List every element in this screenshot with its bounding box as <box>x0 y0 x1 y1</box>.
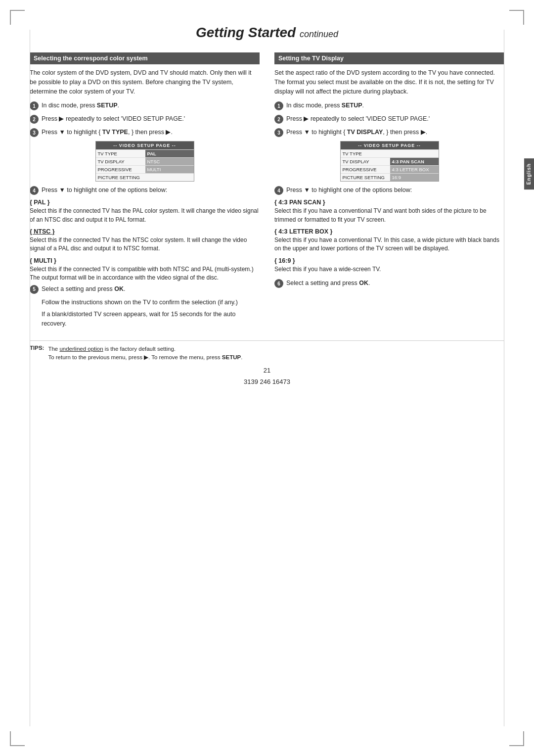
left-table-row-1: TV TYPE PAL <box>96 149 194 157</box>
option-panscan-desc: Select this if you have a conventional T… <box>274 207 504 224</box>
option-letterbox-desc: Select this if you have a conventional T… <box>274 236 504 253</box>
right-table-col1-3: PROGRESSIVE <box>341 166 390 173</box>
right-step-1-content: In disc mode, press SETUP. <box>286 101 504 110</box>
left-table-col1-4: PICTURE SETTING <box>96 174 145 181</box>
right-table-col2-1 <box>390 150 439 157</box>
option-ntsc-label: { NTSC } <box>30 228 260 235</box>
left-table-col1-3: PROGRESSIVE <box>96 166 145 173</box>
step-5-extra: Follow the instructions shown on the TV … <box>42 298 260 307</box>
option-ntsc: { NTSC } Select this if the connected TV… <box>30 228 260 253</box>
step-4-content: Press ▼ to highlight one of the options … <box>42 186 260 195</box>
option-169-desc: Select this if you have a wide-screen TV… <box>274 265 504 274</box>
page: English Getting Started continued Select… <box>0 0 534 756</box>
left-table-col2-1: PAL <box>145 150 194 157</box>
right-intro-text: Set the aspect ratio of the DVD system a… <box>274 68 504 96</box>
left-table-col1-1: TV TYPE <box>96 150 145 157</box>
left-table-row-3: PROGRESSIVE MULTI <box>96 165 194 173</box>
corner-mark-bl <box>10 731 25 746</box>
option-panscan: { 4:3 PAN SCAN } Select this if you have… <box>274 199 504 224</box>
option-169-label: { 16:9 } <box>274 257 504 264</box>
right-video-table: -- VIDEO SETUP PAGE -- TV TYPE TV DISPLA… <box>340 141 439 182</box>
right-step-num-6: 6 <box>274 279 283 288</box>
left-section-header: Selecting the correspond color system <box>30 52 260 64</box>
option-169: { 16:9 } Select this if you have a wide-… <box>274 257 504 274</box>
step-num-5: 5 <box>30 285 39 294</box>
right-step-num-3: 3 <box>274 128 283 137</box>
english-tab: English <box>524 158 534 189</box>
left-table-row-2: TV DISPLAY NTSC <box>96 157 194 165</box>
left-table-col2-2: NTSC <box>145 158 194 165</box>
right-step-2: 2 Press ▶ repeatedly to select 'VIDEO SE… <box>274 114 504 124</box>
option-multi-desc: Select this if the connected TV is compa… <box>30 265 260 283</box>
right-step-num-4: 4 <box>274 186 283 195</box>
step-num-2: 2 <box>30 115 39 124</box>
right-table-col1-4: PICTURE SETTING <box>341 174 390 181</box>
left-step-5: 5 Select a setting and press OK. <box>30 284 260 294</box>
right-step-num-1: 1 <box>274 101 283 110</box>
option-ntsc-desc: Select this if the connected TV has the … <box>30 236 260 253</box>
step-num-4: 4 <box>30 186 39 195</box>
left-column: Selecting the correspond color system Th… <box>30 52 260 329</box>
right-table-row-3: PROGRESSIVE 4:3 LETTER BOX <box>341 165 439 173</box>
left-step-2: 2 Press ▶ repeatedly to select 'VIDEO SE… <box>30 114 260 124</box>
side-line-right <box>504 30 504 726</box>
main-content: Selecting the correspond color system Th… <box>30 52 504 329</box>
right-step-4-content: Press ▼ to highlight one of the options … <box>286 186 504 195</box>
option-multi: { MULTI } Select this if the connected T… <box>30 257 260 283</box>
option-letterbox: { 4:3 LETTER BOX } Select this if you ha… <box>274 228 504 253</box>
right-section-header: Setting the TV Display <box>274 52 504 64</box>
right-table-col1-2: TV DISPLAY <box>341 158 390 165</box>
side-line-left <box>30 30 30 726</box>
left-table-col2-4 <box>145 174 194 181</box>
step-num-3: 3 <box>30 128 39 137</box>
corner-mark-br <box>509 731 524 746</box>
left-video-table: -- VIDEO SETUP PAGE -- TV TYPE PAL TV DI… <box>95 141 194 182</box>
corner-mark-tl <box>10 10 25 25</box>
tips-line-1: The underlined option is the factory def… <box>48 345 242 353</box>
right-table-header: -- VIDEO SETUP PAGE -- <box>341 142 439 149</box>
right-table-col2-4: 16:9 <box>390 174 439 181</box>
step-2-content: Press ▶ repeatedly to select 'VIDEO SETU… <box>42 114 260 124</box>
step-5-content: Select a setting and press OK. <box>42 284 260 294</box>
right-column: Setting the TV Display Set the aspect ra… <box>274 52 504 329</box>
tips-label: TIPS: <box>30 345 44 362</box>
right-step-1: 1 In disc mode, press SETUP. <box>274 101 504 110</box>
page-title: Getting Started continued <box>30 25 504 41</box>
right-table-col1-1: TV TYPE <box>341 150 390 157</box>
page-title-block: Getting Started continued <box>30 20 504 41</box>
left-intro-text: The color system of the DVD system, DVD … <box>30 68 260 96</box>
left-table-header: -- VIDEO SETUP PAGE -- <box>96 142 194 149</box>
left-step-1: 1 In disc mode, press SETUP. <box>30 101 260 110</box>
product-code: 3139 246 16473 <box>30 378 504 385</box>
right-step-6: 6 Select a setting and press OK. <box>274 279 504 288</box>
option-panscan-label: { 4:3 PAN SCAN } <box>274 199 504 206</box>
left-table-col1-2: TV DISPLAY <box>96 158 145 165</box>
right-table-col2-3: 4:3 LETTER BOX <box>390 166 439 173</box>
tips-text: The underlined option is the factory def… <box>48 345 242 362</box>
right-table-col2-2: 4:3 PAN SCAN <box>390 158 439 165</box>
step-1-content: In disc mode, press SETUP. <box>42 101 260 110</box>
left-step-3: 3 Press ▼ to highlight { TV TYPE, } then… <box>30 128 260 137</box>
right-table-row-4: PICTURE SETTING 16:9 <box>341 173 439 181</box>
right-step-num-2: 2 <box>274 115 283 124</box>
option-pal: { PAL } Select this if the connected TV … <box>30 199 260 224</box>
step-num-1: 1 <box>30 101 39 110</box>
tips-section: TIPS: The underlined option is the facto… <box>30 340 504 362</box>
left-step-4: 4 Press ▼ to highlight one of the option… <box>30 186 260 195</box>
right-step-2-content: Press ▶ repeatedly to select 'VIDEO SETU… <box>286 114 504 124</box>
right-step-3-content: Press ▼ to highlight { TV DISPLAY, } the… <box>286 128 504 137</box>
option-pal-label: { PAL } <box>30 199 260 206</box>
right-table-row-1: TV TYPE <box>341 149 439 157</box>
option-multi-label: { MULTI } <box>30 257 260 264</box>
left-table-col2-3: MULTI <box>145 166 194 173</box>
right-step-4: 4 Press ▼ to highlight one of the option… <box>274 186 504 195</box>
option-letterbox-label: { 4:3 LETTER BOX } <box>274 228 504 235</box>
right-table-row-2: TV DISPLAY 4:3 PAN SCAN <box>341 157 439 165</box>
left-table-row-4: PICTURE SETTING <box>96 173 194 181</box>
tips-line-2: To return to the previous menu, press ▶.… <box>48 353 242 362</box>
page-number: 21 <box>30 367 504 374</box>
right-step-3: 3 Press ▼ to highlight { TV DISPLAY, } t… <box>274 128 504 137</box>
step-5-extra2: If a blank/distorted TV screen appears, … <box>42 310 260 329</box>
right-step-6-content: Select a setting and press OK. <box>286 279 504 288</box>
option-pal-desc: Select this if the connected TV has the … <box>30 207 260 224</box>
